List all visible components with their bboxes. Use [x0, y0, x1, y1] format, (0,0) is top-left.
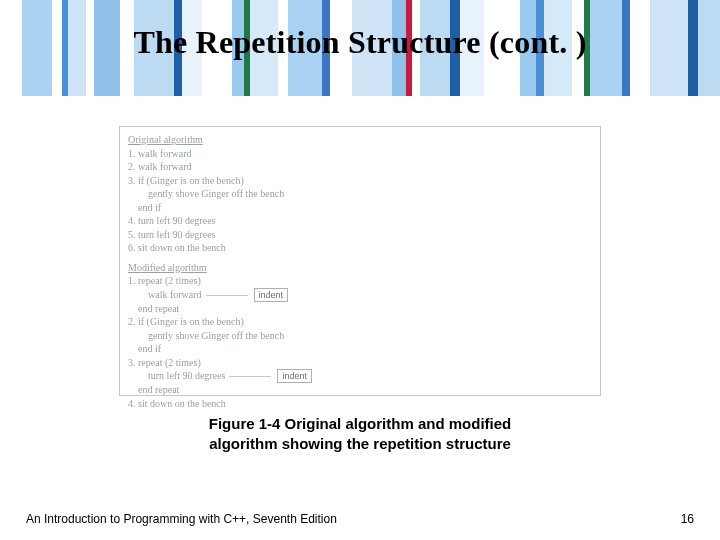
algo-line: 1. repeat (2 times) [128, 274, 592, 288]
indent-label: indent [254, 288, 289, 302]
algo-line: 3. repeat (2 times) [128, 356, 592, 370]
algo-line: end repeat [128, 383, 592, 397]
algo-line: gently shove Ginger off the bench [128, 187, 592, 201]
connector-line [229, 376, 271, 377]
algo-line: 4. turn left 90 degrees [128, 214, 592, 228]
algo-line: turn left 90 degreesindent [128, 369, 592, 383]
algo-heading: Modified algorithm [128, 261, 592, 275]
algo-line: walk forwardindent [128, 288, 592, 302]
algo-line: 6. sit down on the bench [128, 241, 592, 255]
slide-title: The Repetition Structure (cont. ) [0, 24, 720, 61]
algo-line: 2. walk forward [128, 160, 592, 174]
algo-line: end if [128, 201, 592, 215]
algo-line: 3. if (Ginger is on the bench) [128, 174, 592, 188]
algorithm-text: Original algorithm1. walk forward2. walk… [128, 133, 592, 410]
algo-line: end repeat [128, 302, 592, 316]
figure-caption: Figure 1-4 Original algorithm and modifi… [0, 414, 720, 455]
footer-book-title: An Introduction to Programming with C++,… [26, 512, 337, 526]
caption-line1: Figure 1-4 Original algorithm and modifi… [209, 415, 512, 432]
indent-label: indent [277, 369, 312, 383]
caption-line2: algorithm showing the repetition structu… [209, 435, 511, 452]
connector-line [206, 295, 248, 296]
algo-line: 5. turn left 90 degrees [128, 228, 592, 242]
algo-heading: Original algorithm [128, 133, 592, 147]
algo-line: 1. walk forward [128, 147, 592, 161]
algo-line: end if [128, 342, 592, 356]
page-number: 16 [681, 512, 694, 526]
slide: The Repetition Structure (cont. ) Origin… [0, 0, 720, 540]
algo-line: gently shove Ginger off the bench [128, 329, 592, 343]
figure-box: Original algorithm1. walk forward2. walk… [119, 126, 601, 396]
algo-line: 4. sit down on the bench [128, 397, 592, 411]
algo-line: 2. if (Ginger is on the bench) [128, 315, 592, 329]
